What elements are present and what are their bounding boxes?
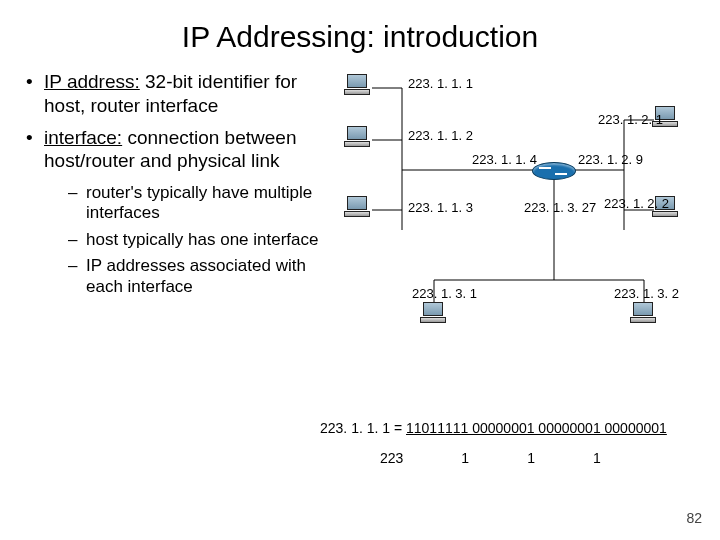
host-icon: [420, 302, 450, 328]
label-h4: 223. 1. 2. 1: [598, 112, 663, 127]
sub-list: router's typically have multiple interfa…: [44, 183, 324, 297]
page-number: 82: [686, 510, 702, 526]
label-r2: 223. 1. 2. 9: [578, 152, 643, 167]
bullet-2-prefix: interface:: [44, 127, 122, 148]
label-h6: 223. 1. 3. 1: [412, 286, 477, 301]
octet-1: 223: [380, 450, 403, 466]
host-icon: [344, 196, 374, 222]
bullet-2: interface: connection between host/route…: [24, 126, 324, 297]
label-h7: 223. 1. 3. 2: [614, 286, 679, 301]
binary-prefix: 223. 1. 1. 1 =: [320, 420, 406, 436]
octet-2: 1: [461, 450, 469, 466]
sub-3: IP addresses associated with each interf…: [66, 256, 324, 297]
host-icon: [630, 302, 660, 328]
sub-2: host typically has one interface: [66, 230, 324, 250]
host-icon: [344, 126, 374, 152]
left-column: IP address: 32-bit identifier for host, …: [24, 70, 324, 340]
sub-1: router's typically have multiple interfa…: [66, 183, 324, 224]
bullet-1-prefix: IP address:: [44, 71, 140, 92]
label-h1: 223. 1. 1. 1: [408, 76, 473, 91]
slide-title: IP Addressing: introduction: [0, 0, 720, 70]
router-icon: [532, 162, 576, 180]
octet-4: 1: [593, 450, 601, 466]
octet-row: 223 1 1 1: [380, 450, 710, 466]
bullet-1: IP address: 32-bit identifier for host, …: [24, 70, 324, 118]
binary-line: 223. 1. 1. 1 = 11011111 00000001 0000000…: [320, 420, 710, 436]
label-h2: 223. 1. 1. 2: [408, 128, 473, 143]
label-r3: 223. 1. 3. 27: [524, 200, 596, 215]
label-h5: 223. 1. 2. 2: [604, 196, 669, 211]
binary-bits: 11011111 00000001 00000001 00000001: [406, 420, 667, 436]
right-column: 223. 1. 1. 1 223. 1. 1. 2 223. 1. 1. 3 2…: [324, 70, 696, 340]
content-row: IP address: 32-bit identifier for host, …: [0, 70, 720, 340]
label-r1: 223. 1. 1. 4: [472, 152, 537, 167]
host-icon: [344, 74, 374, 100]
label-h3: 223. 1. 1. 3: [408, 200, 473, 215]
octet-3: 1: [527, 450, 535, 466]
network-diagram: 223. 1. 1. 1 223. 1. 1. 2 223. 1. 1. 3 2…: [324, 70, 684, 340]
